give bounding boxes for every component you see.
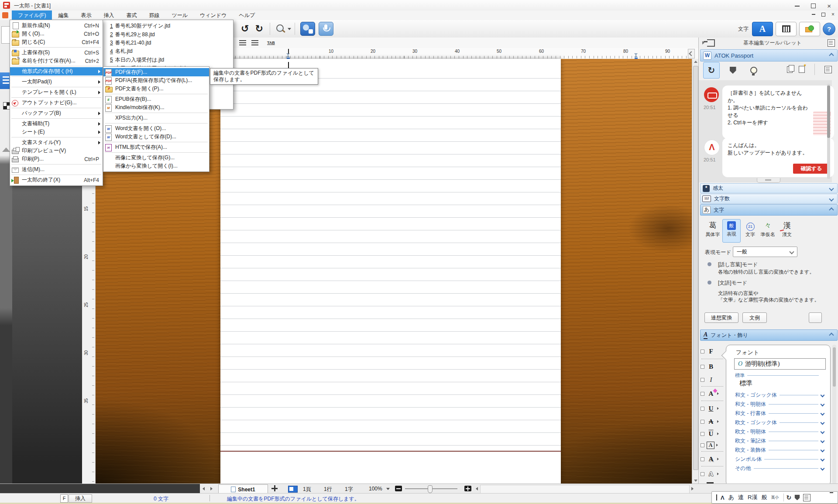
submenu-item-word-save[interactable]: WWord文書として保存(D)... bbox=[103, 133, 209, 141]
style-font-button[interactable]: F bbox=[701, 346, 724, 357]
menu-tools[interactable]: ツール bbox=[165, 10, 194, 21]
style-outline-button[interactable]: A bbox=[701, 469, 724, 479]
submenu-item-image-open[interactable]: 画像から変換して開く(I)... bbox=[103, 162, 209, 170]
menu-item-backup[interactable]: バックアップ(B) bbox=[10, 109, 103, 117]
checkbox[interactable] bbox=[701, 378, 704, 382]
ime-rkan-mode[interactable]: R漢 bbox=[748, 494, 757, 501]
palette-scrollbar[interactable] bbox=[832, 345, 836, 485]
settings-button[interactable] bbox=[809, 312, 822, 323]
search-icon[interactable] bbox=[275, 24, 286, 34]
menu-item-new[interactable]: 新規作成(N)Ctrl+N bbox=[10, 21, 103, 30]
zoom-slider-thumb[interactable] bbox=[428, 485, 433, 493]
recent-file-item[interactable]: 4名札.jtd bbox=[102, 47, 233, 55]
checkbox[interactable] bbox=[701, 407, 704, 411]
menu-item-sheet[interactable]: シート(E) bbox=[10, 128, 103, 136]
document-icon[interactable] bbox=[2, 12, 8, 18]
checkbox[interactable] bbox=[701, 443, 704, 447]
style-shadow-button[interactable]: A bbox=[701, 454, 724, 464]
font-category[interactable]: 欧文 - 明朝体 bbox=[735, 428, 824, 435]
copy-icon[interactable] bbox=[787, 66, 793, 73]
expression-mode-select[interactable]: 一般 bbox=[733, 247, 797, 257]
menu-item-close[interactable]: 閉じる(C)Ctrl+F4 bbox=[10, 38, 103, 46]
left-margin-marker[interactable] bbox=[286, 53, 290, 57]
menu-item-save-other-formats[interactable]: 他形式の保存/開く(H) bbox=[10, 67, 103, 75]
resize-handle[interactable] bbox=[757, 178, 780, 183]
zoom-dropdown-icon[interactable] bbox=[386, 488, 390, 490]
doc-restore-icon[interactable] bbox=[821, 13, 825, 17]
message-scrollbar[interactable] bbox=[827, 84, 830, 179]
horizontal-scrollbar[interactable] bbox=[480, 485, 690, 494]
association-convert-button[interactable]: 連想変換 bbox=[704, 312, 738, 323]
screen-view-icon[interactable] bbox=[288, 486, 298, 493]
minimize-bar-icon[interactable] bbox=[830, 492, 833, 493]
style-frame-button[interactable]: A bbox=[701, 440, 724, 450]
font-status-box[interactable]: F bbox=[60, 494, 68, 503]
section-kanta[interactable]: * 感太 bbox=[700, 183, 838, 193]
menu-view[interactable]: 表示 bbox=[75, 10, 97, 21]
menu-window[interactable]: ウィンドウ bbox=[194, 10, 233, 21]
style-underline-button[interactable]: U bbox=[701, 403, 724, 414]
undo-icon[interactable]: ↺ bbox=[238, 23, 252, 34]
ime-menu-icon[interactable] bbox=[803, 494, 811, 501]
addon-puzzle-button[interactable] bbox=[300, 22, 315, 36]
ruler-collapse-button[interactable] bbox=[688, 49, 695, 58]
ime-eisu-mode[interactable]: 英小 bbox=[771, 495, 779, 501]
menu-item-save-as[interactable]: 名前を付けて保存(A)...Ctrl+2 bbox=[10, 57, 103, 65]
tab-kanbun[interactable]: 漢 漢文 bbox=[778, 220, 796, 241]
ime-general-mode[interactable]: 般 bbox=[761, 494, 767, 501]
font-category[interactable]: 欧文 - ゴシック体 bbox=[735, 419, 824, 426]
menu-item-open-template[interactable]: テンプレートを開く(L) bbox=[10, 88, 103, 96]
message-bubble[interactable]: ［辞書引き］を試してみませんか。 1. 調べたい単語にカーソルを合わせる 2. … bbox=[722, 86, 834, 139]
scroll-up-icon[interactable] bbox=[2, 147, 10, 152]
submenu-item-html-save[interactable]: HHTML形式で保存(A)... bbox=[103, 143, 209, 151]
ime-renbun-mode[interactable]: 連 bbox=[738, 494, 744, 501]
help-button[interactable]: ? bbox=[823, 23, 835, 35]
tab-junkana[interactable]: 々 準仮名 bbox=[759, 220, 776, 241]
checkbox[interactable] bbox=[701, 350, 704, 353]
add-sheet-button[interactable] bbox=[271, 485, 278, 491]
scroll-down-icon[interactable] bbox=[694, 480, 697, 482]
message-bubble[interactable]: こんばんは。 新しいアップデートがあります。 確認する bbox=[722, 138, 834, 177]
checkbox[interactable] bbox=[701, 457, 704, 461]
submenu-item-image-save[interactable]: 画像に変換して保存(G)... bbox=[103, 154, 209, 162]
font-category[interactable]: 欧文 - 装飾体 bbox=[735, 446, 824, 454]
menu-item-print-preview[interactable]: 印刷プレビュー(V) bbox=[10, 147, 103, 155]
tab-ruler-label[interactable]: TAB bbox=[267, 41, 275, 45]
menu-item-doc-assist[interactable]: 文書補助(T) bbox=[10, 120, 103, 128]
menu-item-open[interactable]: 開く(O)...Ctrl+O bbox=[10, 30, 103, 38]
menu-keisen[interactable]: 罫線 bbox=[143, 10, 165, 21]
palette-menu-icon[interactable] bbox=[828, 39, 835, 47]
style-italic-button[interactable]: I bbox=[701, 374, 724, 385]
zoom-out-button[interactable] bbox=[395, 486, 402, 491]
menu-item-print[interactable]: 印刷(P)...Ctrl+P bbox=[10, 155, 103, 163]
tab-hyougen[interactable]: 般 表現 bbox=[722, 219, 741, 243]
tab-moji[interactable]: 21 文字 bbox=[742, 220, 759, 241]
confirm-update-button[interactable]: 確認する bbox=[793, 164, 830, 174]
close-icon[interactable]: × bbox=[827, 4, 831, 8]
menu-format[interactable]: 書式 bbox=[120, 10, 143, 21]
align-left-icon[interactable] bbox=[239, 40, 246, 45]
vertical-scrollbar[interactable] bbox=[692, 59, 699, 483]
atok-lambda[interactable]: Λ bbox=[721, 494, 725, 501]
menu-item-doc-style[interactable]: 文書スタイル(Y) bbox=[10, 138, 103, 147]
recent-file-item[interactable]: 2番号札29と88.jtd bbox=[102, 30, 233, 38]
atok-updates-button[interactable]: ↻ bbox=[703, 62, 720, 79]
checkbox[interactable] bbox=[701, 365, 704, 369]
redo-icon[interactable]: ↻ bbox=[252, 23, 266, 34]
scroll-right-icon[interactable] bbox=[691, 487, 694, 490]
checkbox[interactable] bbox=[701, 472, 704, 476]
sheet-tab[interactable]: Sheet1 bbox=[218, 484, 268, 494]
submenu-item-pdfa-save[interactable]: PDFPDF/A(長期保存形式)で保存(L)... bbox=[103, 76, 209, 85]
checkbox[interactable] bbox=[701, 432, 704, 436]
atok-tag-button[interactable] bbox=[725, 62, 741, 78]
atok-menu-icon[interactable] bbox=[824, 66, 832, 73]
insert-mode-button[interactable]: 挿入 bbox=[69, 494, 92, 503]
tab-itaiji[interactable]: 葛 異体字 bbox=[704, 220, 721, 241]
ime-hiragana-mode[interactable]: あ bbox=[728, 494, 734, 501]
menu-item-save[interactable]: 上書保存(S)Ctrl+S bbox=[10, 48, 103, 57]
font-category[interactable]: 欧文 - 筆記体 bbox=[735, 437, 824, 445]
font-name-input[interactable]: O 游明朝(標準) bbox=[734, 358, 826, 370]
scroll-up-icon[interactable] bbox=[694, 61, 697, 63]
font-category[interactable]: シンボル体 bbox=[735, 456, 824, 463]
doc-minimize-icon[interactable] bbox=[812, 14, 815, 15]
